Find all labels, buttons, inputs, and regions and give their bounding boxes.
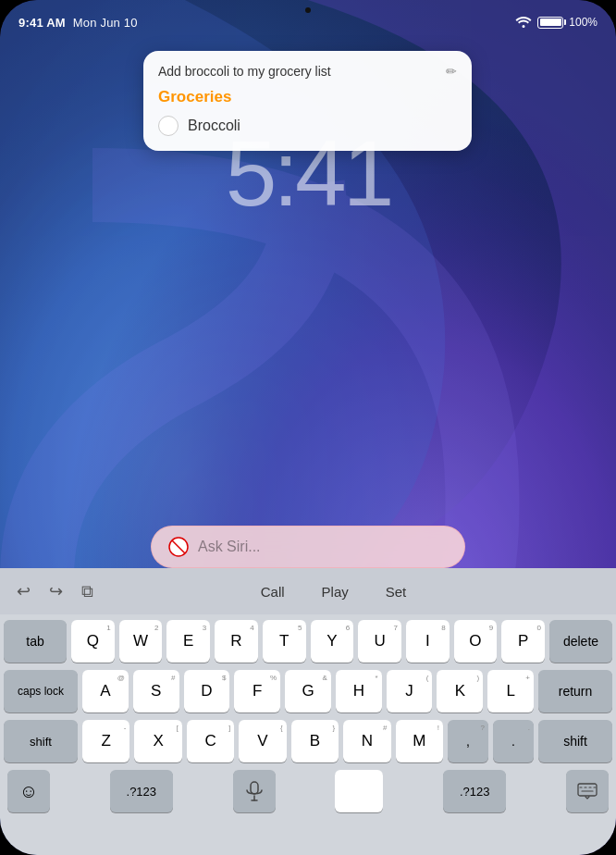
status-bar: 9:41 AM Mon Jun 10 100% xyxy=(0,0,616,37)
ipad-frame: 9:41 AM Mon Jun 10 100% 5:41 Add broccol… xyxy=(0,0,616,855)
key-j[interactable]: (J xyxy=(387,670,433,712)
key-comma[interactable]: ?, xyxy=(448,720,488,762)
battery-percent: 100% xyxy=(569,16,598,29)
keyboard-keys: tab 1Q 2W 3E 4R 5T 6Y 7U 8I 9O 0P delete… xyxy=(0,614,616,824)
key-z[interactable]: -Z xyxy=(82,720,129,762)
key-d[interactable]: $D xyxy=(184,670,230,712)
num-right-key[interactable]: .?123 xyxy=(443,770,506,812)
delete-key[interactable]: delete xyxy=(549,620,612,663)
key-h[interactable]: *H xyxy=(336,670,382,712)
caps-lock-key[interactable]: caps lock xyxy=(4,670,78,712)
keyboard-dismiss-key[interactable] xyxy=(566,770,609,812)
siri-bar[interactable]: Ask Siri... xyxy=(151,526,465,568)
play-action[interactable]: Play xyxy=(322,584,349,600)
camera-dot xyxy=(305,7,311,13)
redo-button[interactable]: ↪ xyxy=(43,577,68,605)
notification-header: Add broccoli to my grocery list ✏ xyxy=(158,64,457,79)
key-g[interactable]: &G xyxy=(285,670,331,712)
key-u[interactable]: 7U xyxy=(358,620,401,663)
svg-rect-8 xyxy=(578,784,597,796)
notification-item: Broccoli xyxy=(158,116,457,136)
siri-placeholder: Ask Siri... xyxy=(198,539,261,555)
svg-rect-5 xyxy=(251,782,258,794)
key-w[interactable]: 2W xyxy=(119,620,163,663)
siri-bar-container[interactable]: Ask Siri... xyxy=(151,526,465,568)
key-e[interactable]: 3E xyxy=(166,620,210,663)
key-y[interactable]: 6Y xyxy=(311,620,354,663)
keyboard-area: ↩ ↪ ⧉ Call Play Set tab 1Q 2W 3E 4R 5T 6… xyxy=(0,568,616,855)
key-p[interactable]: 0P xyxy=(501,620,545,663)
key-x[interactable]: [X xyxy=(134,720,181,762)
key-i[interactable]: 8I xyxy=(406,620,450,663)
num-left-key[interactable]: .?123 xyxy=(110,770,173,812)
notification-title: Add broccoli to my grocery list xyxy=(158,64,331,79)
key-n[interactable]: #N xyxy=(343,720,390,762)
key-period[interactable]: .. xyxy=(493,720,534,762)
space-key[interactable] xyxy=(335,770,383,812)
key-l[interactable]: +L xyxy=(487,670,534,712)
emoji-key[interactable]: ☺ xyxy=(7,770,50,812)
battery-icon xyxy=(537,17,563,29)
key-t[interactable]: 5T xyxy=(263,620,306,663)
siri-icon xyxy=(168,537,189,557)
key-row-bottom: ☺ .?123 .?123 xyxy=(4,770,612,812)
key-a[interactable]: @A xyxy=(82,670,129,712)
set-action[interactable]: Set xyxy=(386,584,407,600)
notification-list-name: Groceries xyxy=(158,88,457,106)
key-s[interactable]: #S xyxy=(133,670,179,712)
key-r[interactable]: 4R xyxy=(215,620,258,663)
status-time: 9:41 AM xyxy=(18,16,66,30)
wifi-icon xyxy=(515,15,532,31)
keyboard-toolbar: ↩ ↪ ⧉ Call Play Set xyxy=(0,568,616,614)
mic-key[interactable] xyxy=(233,770,276,812)
item-checkbox[interactable] xyxy=(158,116,179,136)
key-b[interactable]: }B xyxy=(291,720,339,762)
item-label: Broccoli xyxy=(188,118,240,134)
key-c[interactable]: ]C xyxy=(187,720,234,762)
key-q[interactable]: 1Q xyxy=(71,620,115,663)
key-f[interactable]: %F xyxy=(234,670,280,712)
shift-left-key[interactable]: shift xyxy=(4,720,78,762)
key-row-2: caps lock @A #S $D %F &G *H (J )K +L ret… xyxy=(4,670,612,712)
key-m[interactable]: !M xyxy=(396,720,443,762)
key-v[interactable]: {V xyxy=(239,720,286,762)
status-date: Mon Jun 10 xyxy=(73,16,138,30)
notification-card[interactable]: Add broccoli to my grocery list ✏ Grocer… xyxy=(143,51,472,151)
copy-button[interactable]: ⧉ xyxy=(76,578,99,605)
key-k[interactable]: )K xyxy=(437,670,483,712)
return-key[interactable]: return xyxy=(538,670,612,712)
tab-key[interactable]: tab xyxy=(4,620,67,663)
undo-button[interactable]: ↩ xyxy=(11,577,36,605)
call-action[interactable]: Call xyxy=(261,584,285,600)
key-row-1: tab 1Q 2W 3E 4R 5T 6Y 7U 8I 9O 0P delete xyxy=(4,620,612,663)
shift-right-key[interactable]: shift xyxy=(538,720,612,762)
edit-icon[interactable]: ✏ xyxy=(446,64,457,79)
key-row-3: shift -Z [X ]C {V }B #N !M ?, .. shift xyxy=(4,720,612,762)
key-o[interactable]: 9O xyxy=(454,620,498,663)
